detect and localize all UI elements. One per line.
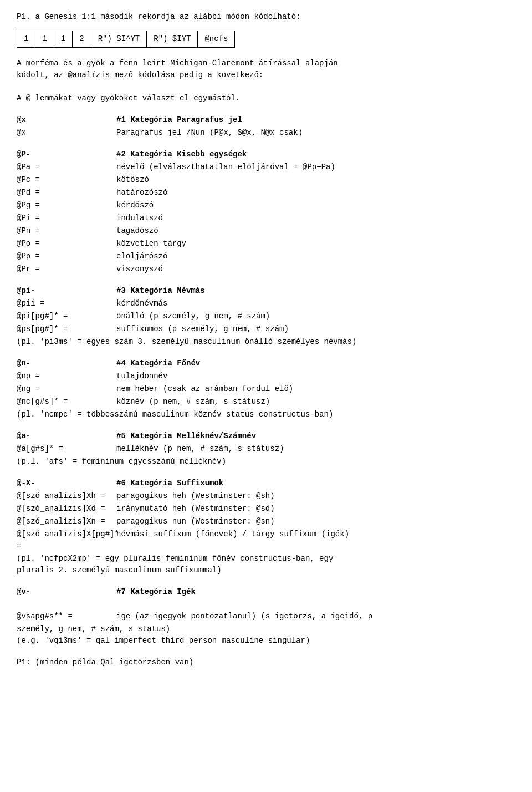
cat3-note: (pl. 'pi3ms' = egyes szám 3. személyű ma…: [17, 336, 515, 348]
cat2-item1-label: @Pc =: [17, 174, 116, 186]
cat7-header: #7 Kategória Igék: [116, 586, 515, 598]
cat4-item0-label: @np =: [17, 370, 116, 382]
cat2-item3-label: @Pg =: [17, 200, 116, 211]
cat1-header: #1 Kategória Paragrafus jel: [116, 114, 515, 126]
cat7-item0-label: @vsapg#s** =: [17, 611, 116, 622]
intro-line1: A morféma és a gyök a fenn leírt Michiga…: [17, 58, 515, 69]
footer-block: P1: (minden példa Qal igetörzsben van): [17, 657, 515, 668]
cat2-item8-desc: viszonyszó: [116, 263, 515, 275]
record-table: 1 1 1 2 R") $I^YT R") $IYT @ncfs: [17, 31, 515, 48]
cat2-item7-desc: elöljárószó: [116, 251, 515, 262]
cat2-item6-desc: közvetlen tárgy: [116, 238, 515, 250]
cat2-item8-label: @Pr =: [17, 263, 116, 275]
cat1-item0-desc: Paragrafus jel /Nun (P@x, S@x, N@x csak): [116, 127, 515, 139]
cat4-header: #4 Kategória Főnév: [116, 358, 515, 369]
cat1-label: @x: [17, 114, 116, 126]
cat6-note1: (pl. 'ncfpcX2mp' = egy pluralis femininu…: [17, 553, 515, 565]
category-3-block: @pi- #3 Kategória Névmás @pii = kérdőnév…: [17, 285, 515, 348]
cat6-item2-label: @[szó_analízis]Xn =: [17, 516, 116, 527]
cat6-header: #6 Kategória Suffixumok: [116, 478, 515, 489]
cat2-item0-label: @Pa =: [17, 161, 116, 173]
intro-line2: kódolt, az @analízis mező kódolása pedig…: [17, 69, 515, 81]
cat4-note: (pl. 'ncmpc' = többesszámú masculinum kö…: [17, 409, 515, 420]
cat2-item6-label: @Po =: [17, 238, 116, 250]
cat2-item1-desc: kötőszó: [116, 174, 515, 186]
cat4-item1-desc: nem héber (csak az arámban fordul elő): [116, 383, 515, 395]
cat3-item1-label: @pi[pg#]* =: [17, 311, 116, 322]
cat4-label: @n-: [17, 358, 116, 369]
category-1-block: @x #1 Kategória Paragrafus jel @x Paragr…: [17, 114, 515, 139]
cat2-item4-label: @Pi =: [17, 212, 116, 224]
cat3-item0-label: @pii =: [17, 298, 116, 309]
cat4-item2-label: @nc[g#s]* =: [17, 396, 116, 408]
cat7-note1: személy, g nem, # szám, s status): [17, 623, 515, 635]
cat3-item2-desc: suffixumos (p személy, g nem, # szám): [116, 323, 515, 335]
cat2-label: @P-: [17, 149, 116, 160]
cat2-item4-desc: indulatszó: [116, 212, 515, 224]
table-cell-6: R") $IYT: [147, 31, 198, 48]
table-cell-3: 1: [54, 31, 72, 48]
cat6-item3-desc: névmási suffixum (főnevek) / tárgy suffi…: [116, 529, 515, 552]
table-cell-4: 2: [73, 31, 91, 48]
cat5-label: @a-: [17, 430, 116, 442]
cat6-item2-desc: paragogikus nun (Westminster: @sn): [116, 516, 515, 527]
footer-text: P1: (minden példa Qal igetörzsben van): [17, 657, 515, 668]
intro-line3: [17, 81, 515, 93]
cat6-item0-desc: paragogikus heh (Westminster: @sh): [116, 490, 515, 502]
cat5-header: #5 Kategória Melléknév/Számnév: [116, 430, 515, 442]
table-cell-5: R") $I^YT: [91, 31, 147, 48]
cat2-item3-desc: kérdőszó: [116, 200, 515, 211]
cat3-item2-label: @ps[pg#]* =: [17, 323, 116, 335]
cat6-item1-desc: iránymutató heh (Westminster: @sd): [116, 503, 515, 515]
cat6-item1-label: @[szó_analízis]Xd =: [17, 503, 116, 515]
category-6-block: @-X- #6 Kategória Suffixumok @[szó_analí…: [17, 478, 515, 576]
cat7-note2: (e.g. 'vqi3ms' = qal imperfect third per…: [17, 635, 515, 647]
cat3-item1-desc: önálló (p személy, g nem, # szám): [116, 311, 515, 322]
table-cell-1: 1: [17, 31, 35, 48]
table-cell-7: @ncfs: [198, 31, 235, 48]
cat1-item0-label: @x: [17, 127, 116, 139]
cat4-item0-desc: tulajdonnév: [116, 370, 515, 382]
page-title: P1. a Genesis 1:1 második rekordja az al…: [17, 11, 515, 23]
cat2-item7-label: @Pp =: [17, 251, 116, 262]
cat6-label: @-X-: [17, 478, 116, 489]
cat5-note: (p.l. 'afs' = femininum egyesszámú mellé…: [17, 456, 515, 468]
cat2-item2-desc: határozószó: [116, 187, 515, 199]
intro-line4: A @ lemmákat vagy gyököket választ el eg…: [17, 93, 515, 104]
cat6-item0-label: @[szó_analízis]Xh =: [17, 490, 116, 502]
cat6-item3-label: @[szó_analízis]X[pg#]* =: [17, 529, 116, 552]
intro-block: A morféma és a gyök a fenn leírt Michiga…: [17, 58, 515, 104]
category-7-block: @v- #7 Kategória Igék @vsapg#s** = ige (…: [17, 586, 515, 647]
cat7-label: @v-: [17, 586, 116, 598]
cat2-item5-desc: tagadószó: [116, 225, 515, 237]
cat4-item2-desc: köznév (p nem, # szám, s státusz): [116, 396, 515, 408]
cat3-label: @pi-: [17, 285, 116, 297]
cat5-item0-desc: melléknév (p nem, # szám, s státusz): [116, 443, 515, 455]
category-2-block: @P- #2 Kategória Kisebb egységek @Pa = n…: [17, 149, 515, 275]
cat7-item0-desc: ige (az igegyök pontozatlanul) (s igetör…: [116, 611, 515, 622]
cat2-item0-desc: névelő (elválaszthatatlan elöljáróval = …: [116, 161, 515, 173]
table-cell-2: 1: [35, 31, 54, 48]
cat5-item0-label: @a[g#s]* =: [17, 443, 116, 455]
cat4-item1-label: @ng =: [17, 383, 116, 395]
category-5-block: @a- #5 Kategória Melléknév/Számnév @a[g#…: [17, 430, 515, 468]
category-4-block: @n- #4 Kategória Főnév @np = tulajdonnév…: [17, 358, 515, 420]
cat2-item2-label: @Pd =: [17, 187, 116, 199]
cat6-note2: pluralis 2. személyű masculinum suffixum…: [17, 565, 515, 576]
cat2-item5-label: @Pn =: [17, 225, 116, 237]
cat2-header: #2 Kategória Kisebb egységek: [116, 149, 515, 160]
cat3-header: #3 Kategória Névmás: [116, 285, 515, 297]
cat3-item0-desc: kérdőnévmás: [116, 298, 515, 309]
